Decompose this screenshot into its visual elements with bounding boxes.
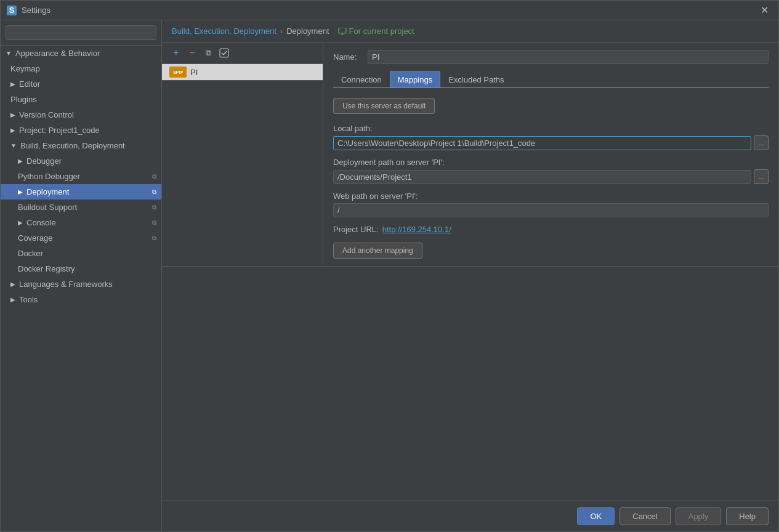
project-url-link[interactable]: http://169.254.10.1/ (382, 225, 451, 234)
collapse-arrow: ▶ (18, 158, 23, 164)
server-list: SFTP PI (162, 64, 323, 81)
sidebar-item-docker-registry[interactable]: Docker Registry (1, 261, 161, 276)
copy-icon: ⧉ (206, 48, 211, 58)
title-bar-left: S Settings (7, 6, 50, 15)
tab-excluded-paths[interactable]: Excluded Paths (440, 71, 512, 87)
sidebar-item-label: Keymap (10, 64, 40, 73)
sidebar-item-keymap[interactable]: Keymap (1, 61, 161, 76)
sidebar-item-label: Project: Project1_code (19, 126, 100, 135)
svg-text:S: S (9, 6, 15, 15)
local-path-label: Local path: (333, 124, 769, 133)
close-button[interactable]: ✕ (757, 3, 772, 17)
sidebar-item-label: Buildout Support (18, 203, 77, 212)
server-item-pi[interactable]: SFTP PI (162, 64, 323, 80)
breadcrumb-arrow: › (280, 26, 283, 36)
minus-icon: − (189, 47, 195, 58)
window-title: Settings (22, 6, 50, 15)
sidebar-item-languages[interactable]: ▶ Languages & Frameworks (1, 276, 161, 292)
collapse-arrow: ▶ (18, 219, 23, 226)
sidebar-item-label: Debugger (26, 156, 62, 166)
title-bar: S Settings ✕ (1, 1, 778, 20)
project-url-label: Project URL: (333, 225, 379, 234)
empty-space (162, 267, 778, 501)
deployment-path-label: Deployment path on server 'PI': (333, 158, 769, 167)
settings-window: S Settings ✕ ▼ Appearance & Behavior Key… (0, 0, 779, 532)
sidebar-item-plugins[interactable]: Plugins (1, 92, 161, 107)
add-mapping-button[interactable]: Add another mapping (333, 243, 422, 259)
sidebar-item-label: Version Control (19, 110, 74, 119)
use-default-button[interactable]: Use this server as default (333, 98, 435, 114)
sidebar-item-label: Deployment (26, 187, 69, 196)
monitor-icon (338, 28, 347, 35)
sidebar-item-buildout[interactable]: Buildout Support ⧉ (1, 200, 161, 215)
sidebar-item-label: Console (26, 218, 56, 227)
collapse-arrow: ▼ (10, 142, 17, 149)
name-label: Name: (333, 52, 361, 62)
sidebar-item-deployment[interactable]: ▶ Deployment ⧉ (1, 184, 161, 200)
sidebar-item-console[interactable]: ▶ Console ⧉ (1, 215, 161, 230)
web-path-label: Web path on server 'PI': (333, 191, 769, 201)
sidebar-item-build[interactable]: ▼ Build, Execution, Deployment (1, 138, 161, 153)
sidebar-item-label: Docker Registry (18, 264, 75, 273)
collapse-arrow: ▶ (10, 81, 15, 87)
project-url-row: Project URL: http://169.254.10.1/ (333, 225, 769, 234)
web-path-row (333, 203, 769, 217)
svg-rect-2 (339, 28, 346, 33)
sidebar: ▼ Appearance & Behavior Keymap ▶ Editor … (1, 20, 162, 531)
breadcrumb-current: Deployment (286, 26, 329, 36)
deployment-path-browse-button[interactable]: ... (754, 169, 769, 184)
sidebar-item-label: Python Debugger (18, 172, 80, 181)
server-icon: SFTP (169, 66, 187, 78)
sidebar-item-editor[interactable]: ▶ Editor (1, 76, 161, 92)
check-server-button[interactable] (217, 46, 231, 60)
remove-server-button[interactable]: − (185, 46, 199, 60)
sidebar-item-label: Build, Execution, Deployment (20, 141, 125, 150)
deployment-path-input[interactable] (333, 170, 751, 184)
sidebar-item-label: Appearance & Behavior (15, 49, 100, 58)
sidebar-item-appearance[interactable]: ▼ Appearance & Behavior (1, 46, 161, 61)
breadcrumb-parent[interactable]: Build, Execution, Deployment (172, 26, 276, 36)
search-input[interactable] (6, 25, 156, 40)
sidebar-item-label: Editor (19, 79, 40, 89)
apply-button[interactable]: Apply (676, 507, 722, 525)
collapse-arrow: ▶ (10, 296, 15, 303)
sidebar-item-tools[interactable]: ▶ Tools (1, 292, 161, 307)
local-path-input[interactable] (333, 136, 751, 150)
web-path-group: Web path on server 'PI': (333, 191, 769, 217)
name-input[interactable] (368, 50, 769, 64)
tab-connection[interactable]: Connection (333, 71, 390, 87)
sidebar-item-project[interactable]: ▶ Project: Project1_code (1, 123, 161, 138)
help-button[interactable]: Help (726, 507, 769, 525)
main-content: ▼ Appearance & Behavior Keymap ▶ Editor … (1, 20, 778, 531)
local-path-browse-button[interactable]: ... (754, 135, 769, 150)
sidebar-item-python-debugger[interactable]: Python Debugger ⧉ (1, 169, 161, 184)
local-path-row: ... (333, 135, 769, 150)
web-path-input[interactable] (333, 203, 769, 217)
sidebar-item-coverage[interactable]: Coverage ⧉ (1, 230, 161, 246)
collapse-arrow: ▶ (10, 281, 15, 288)
toolbar: + − ⧉ (162, 42, 323, 64)
name-row: Name: (333, 50, 769, 64)
sidebar-item-label: Languages & Frameworks (19, 280, 113, 289)
deployment-path-row: ... (333, 169, 769, 184)
ok-button[interactable]: OK (577, 507, 615, 525)
svg-rect-5 (220, 49, 228, 57)
right-panel: Build, Execution, Deployment › Deploymen… (162, 20, 778, 531)
local-path-group: Local path: ... (333, 124, 769, 150)
sidebar-item-version-control[interactable]: ▶ Version Control (1, 107, 161, 123)
sidebar-item-label: Coverage (18, 233, 52, 243)
sidebar-item-debugger[interactable]: ▶ Debugger (1, 153, 161, 169)
add-server-button[interactable]: + (169, 46, 183, 60)
cancel-button[interactable]: Cancel (620, 507, 670, 525)
breadcrumb: Build, Execution, Deployment › Deploymen… (162, 20, 778, 42)
check-icon (219, 48, 229, 58)
tab-mappings[interactable]: Mappings (390, 71, 440, 87)
tabs: Connection Mappings Excluded Paths (333, 71, 769, 88)
app-icon: S (7, 6, 17, 15)
collapse-arrow: ▶ (10, 111, 15, 118)
sidebar-item-docker[interactable]: Docker (1, 246, 161, 261)
collapse-arrow: ▶ (18, 188, 23, 195)
bottom-bar: OK Cancel Apply Help (162, 501, 778, 531)
copy-server-button[interactable]: ⧉ (201, 46, 215, 60)
sidebar-item-label: Docker (18, 249, 43, 258)
